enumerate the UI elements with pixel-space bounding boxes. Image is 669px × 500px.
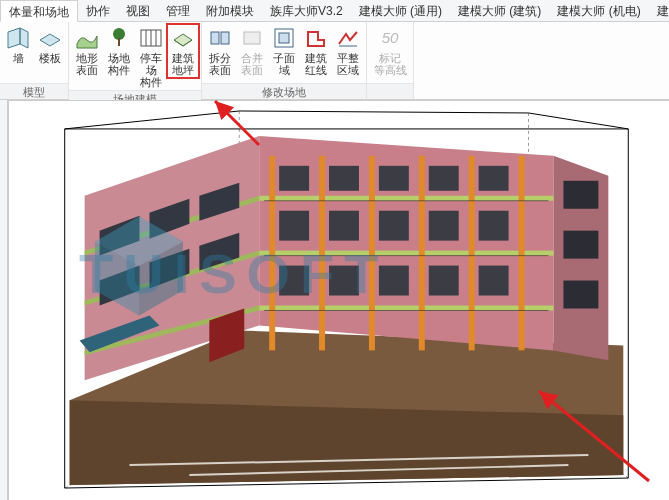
ribbon-tabbar: 体量和场地 协作 视图 管理 附加模块 族库大师V3.2 建模大师 (通用) 建…: [0, 0, 669, 22]
group-label-label: [367, 83, 413, 99]
viewport[interactable]: TUISOFT: [0, 100, 669, 500]
split-surface-button[interactable]: 拆分表面: [204, 24, 236, 78]
svg-rect-27: [479, 166, 509, 191]
viewport-left-margin: [0, 100, 8, 500]
building-pad-icon: [171, 26, 195, 50]
viewport-canvas[interactable]: TUISOFT: [8, 100, 669, 500]
svg-rect-22: [519, 156, 525, 351]
tab-model-master-const[interactable]: 建模大师 (施工): [649, 0, 669, 21]
tab-model-master-general[interactable]: 建模大师 (通用): [351, 0, 450, 21]
merge-label: 合并表面: [241, 52, 263, 76]
svg-rect-14: [259, 196, 553, 201]
svg-rect-17: [269, 156, 275, 351]
merge-surface-button: 合并表面: [236, 24, 268, 78]
site-component-icon: [107, 26, 131, 50]
subregion-icon: [272, 26, 296, 50]
svg-rect-10: [279, 33, 289, 43]
tab-collaborate[interactable]: 协作: [78, 0, 118, 21]
site-component-label: 场地构件: [108, 52, 130, 76]
tab-massing-site[interactable]: 体量和场地: [0, 0, 78, 22]
svg-rect-1: [118, 38, 120, 46]
svg-rect-30: [379, 211, 409, 241]
split-label: 拆分表面: [209, 52, 231, 76]
svg-rect-29: [329, 211, 359, 241]
ribbon-group-label: 50 标记等高线: [367, 22, 414, 99]
svg-rect-8: [244, 32, 260, 44]
svg-rect-15: [259, 251, 553, 256]
svg-rect-35: [379, 266, 409, 296]
graded-region-button[interactable]: 平整区域: [332, 24, 364, 78]
svg-rect-23: [279, 166, 309, 191]
tab-view[interactable]: 视图: [118, 0, 158, 21]
svg-rect-21: [469, 156, 475, 351]
floor-button[interactable]: 楼板: [34, 24, 66, 78]
ribbon-group-modify-site: 拆分表面 合并表面 子面域 建筑红线: [202, 22, 367, 99]
terrain-label: 地形表面: [72, 52, 102, 76]
svg-rect-32: [479, 211, 509, 241]
svg-rect-20: [419, 156, 425, 351]
graded-region-label: 平整区域: [337, 52, 359, 76]
svg-rect-33: [279, 266, 309, 296]
svg-rect-6: [211, 32, 219, 44]
tab-family-master[interactable]: 族库大师V3.2: [262, 0, 351, 21]
tab-model-master-mep[interactable]: 建模大师 (机电): [549, 0, 648, 21]
group-label-model: 模型: [0, 83, 68, 99]
group-label-modify-site: 修改场地: [202, 83, 366, 99]
parking-icon: [139, 26, 163, 50]
svg-rect-37: [479, 266, 509, 296]
parking-button[interactable]: 停车场构件: [135, 24, 167, 90]
svg-rect-26: [429, 166, 459, 191]
svg-rect-36: [429, 266, 459, 296]
svg-rect-43: [563, 281, 598, 309]
terrain-button[interactable]: 地形表面: [71, 24, 103, 78]
ribbon-group-model: 墙 楼板 模型: [0, 22, 69, 99]
wall-icon: [6, 26, 30, 50]
property-line-label: 建筑红线: [305, 52, 327, 76]
svg-rect-24: [329, 166, 359, 191]
tab-manage[interactable]: 管理: [158, 0, 198, 21]
parking-label: 停车场构件: [136, 52, 166, 88]
svg-rect-28: [279, 211, 309, 241]
svg-rect-34: [329, 266, 359, 296]
svg-rect-16: [259, 305, 553, 310]
svg-rect-19: [369, 156, 375, 351]
svg-rect-18: [319, 156, 325, 351]
subregion-button[interactable]: 子面域: [268, 24, 300, 78]
floor-label: 楼板: [39, 52, 61, 76]
tab-addins[interactable]: 附加模块: [198, 0, 262, 21]
svg-rect-25: [379, 166, 409, 191]
label-contour-button: 50 标记等高线: [369, 24, 411, 78]
svg-rect-41: [563, 181, 598, 209]
terrain-icon: [75, 26, 99, 50]
site-component-button[interactable]: 场地构件: [103, 24, 135, 78]
wall-label: 墙: [13, 52, 24, 76]
tab-model-master-arch[interactable]: 建模大师 (建筑): [450, 0, 549, 21]
ribbon: 墙 楼板 模型 地形表面 场地构件: [0, 22, 669, 100]
label-contour-icon: 50: [372, 26, 408, 50]
ribbon-group-site-model: 地形表面 场地构件 停车场构件 建筑地坪 场地建模: [69, 22, 202, 99]
property-line-button[interactable]: 建筑红线: [300, 24, 332, 78]
property-line-icon: [304, 26, 328, 50]
svg-rect-7: [221, 32, 229, 44]
split-icon: [208, 26, 232, 50]
svg-rect-31: [429, 211, 459, 241]
label-contour-label: 标记等高线: [374, 52, 407, 76]
building-pad-button[interactable]: 建筑地坪: [167, 24, 199, 78]
building-pad-label: 建筑地坪: [172, 52, 194, 76]
subregion-label: 子面域: [269, 52, 299, 76]
graded-region-icon: [336, 26, 360, 50]
merge-icon: [240, 26, 264, 50]
svg-rect-42: [563, 231, 598, 259]
wall-button[interactable]: 墙: [2, 24, 34, 78]
floor-icon: [38, 26, 62, 50]
model-3d-view[interactable]: [9, 101, 669, 500]
